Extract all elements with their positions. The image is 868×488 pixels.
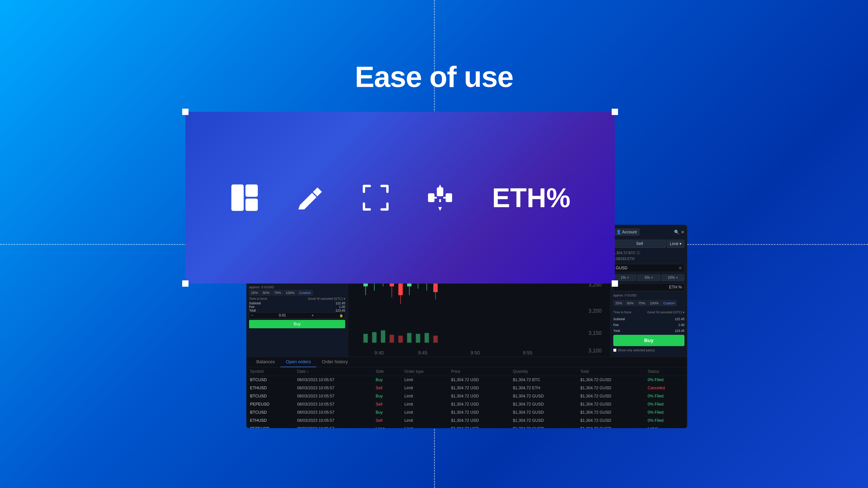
fee-left: Fee1.00 bbox=[249, 305, 345, 308]
col-qty: Quantity bbox=[509, 367, 577, 376]
page-center: Ease of use bbox=[185, 60, 683, 428]
show-selected-checkbox[interactable] bbox=[613, 349, 616, 352]
table-row: BTCUSD 08/03/2023 10:05:57 Buy Limit $1,… bbox=[246, 376, 687, 384]
col-side: Side bbox=[372, 367, 401, 376]
buy-button-left[interactable]: Buy bbox=[249, 320, 345, 328]
pct-1-right[interactable]: 1% + bbox=[613, 274, 636, 281]
handle-top-right[interactable] bbox=[612, 109, 618, 115]
sell-buy-row: Sell Limit ▾ bbox=[613, 240, 684, 248]
handle-bottom-right[interactable] bbox=[612, 281, 618, 287]
fullscreen-icon-item bbox=[361, 183, 391, 213]
timeframe-label: ETH% bbox=[492, 182, 570, 213]
pct-5-right[interactable]: 5% + bbox=[637, 274, 660, 281]
edit-icon-item bbox=[296, 183, 325, 213]
svg-rect-6 bbox=[445, 193, 452, 202]
svg-rect-41 bbox=[364, 334, 368, 343]
handle-top-left[interactable] bbox=[182, 109, 188, 115]
show-selected-row: Show only selected pair(s) bbox=[613, 348, 684, 352]
buy-button-right[interactable]: Buy bbox=[613, 335, 684, 346]
tab-open-orders[interactable]: Open orders bbox=[280, 357, 316, 367]
total-right: Total123.45 bbox=[613, 329, 684, 332]
pct-50-left[interactable]: 50% bbox=[260, 290, 272, 295]
icon-panel: ETH% bbox=[185, 112, 615, 284]
pct-100-left[interactable]: 100% bbox=[284, 290, 296, 295]
pct-custom-right[interactable]: Custom bbox=[661, 300, 677, 306]
content-wrapper: ETH% Price 0.284793 3.284793 62,510.680.… bbox=[185, 112, 683, 428]
col-date: Date ↕ bbox=[293, 367, 372, 376]
svg-text:9:50: 9:50 bbox=[470, 350, 480, 356]
svg-text:3,150: 3,150 bbox=[588, 330, 601, 336]
bottom-section: Balances Open orders Order history Symbo… bbox=[246, 357, 687, 428]
orders-table: Symbol Date ↕ Side Order type Price Quan… bbox=[246, 367, 687, 428]
table-row: BTCUSD 08/03/2023 10:05:57 Buy Limit $1,… bbox=[246, 409, 687, 417]
table-row: PEPEUSD 08/03/2023 10:05:57 Sell Limit $… bbox=[246, 400, 687, 409]
svg-rect-49 bbox=[433, 336, 438, 343]
tif-right: Time in force Good 'til canceled (GTC) ▾ bbox=[613, 311, 684, 314]
svg-rect-48 bbox=[425, 333, 429, 343]
table-header: Symbol Date ↕ Side Order type Price Quan… bbox=[246, 367, 687, 376]
close-icon[interactable]: ✕ bbox=[681, 230, 684, 235]
svg-rect-0 bbox=[231, 185, 244, 211]
svg-text:3,100: 3,100 bbox=[588, 348, 601, 353]
pct-25-left[interactable]: 25% bbox=[249, 290, 260, 295]
show-selected-label: Show only selected pair(s) bbox=[618, 348, 655, 352]
tif-left: Time in force Good 'til canceled (GTC) ▾ bbox=[249, 297, 345, 300]
layout-icon-item bbox=[230, 183, 259, 213]
handle-bottom-left[interactable] bbox=[182, 281, 188, 287]
subtotal-left: Subtotal122.45 bbox=[249, 301, 345, 305]
svg-text:3,200: 3,200 bbox=[588, 308, 601, 314]
svg-rect-42 bbox=[372, 332, 376, 343]
table-row: ETHUSD 08/03/2023 10:05:57 Sell Limit $1… bbox=[246, 384, 687, 392]
page-title: Ease of use bbox=[355, 60, 513, 94]
pct-25-right[interactable]: 25% bbox=[613, 300, 624, 306]
pct-75-left[interactable]: 75% bbox=[272, 290, 283, 295]
tab-order-history[interactable]: Order history bbox=[316, 357, 353, 367]
approx-label-left: approx. 0 GUSD bbox=[249, 285, 345, 289]
table-row: PEPEUSD 08/03/2023 10:05:57 Long Limit $… bbox=[246, 425, 687, 428]
left-form: approx. 0 GUSD 25% 50% 75% 100% Custom T… bbox=[249, 283, 345, 328]
edit-icon bbox=[296, 183, 325, 213]
svg-text:9:40: 9:40 bbox=[374, 350, 384, 356]
pct-10-right[interactable]: 10% + bbox=[661, 274, 684, 281]
gusd-input-wrapper: GUSD ⊗ bbox=[613, 264, 684, 272]
tab-balances[interactable]: Balances bbox=[251, 357, 280, 367]
qty-stepper[interactable]: − 0.01 + 🔒 bbox=[249, 312, 345, 319]
col-symbol: Symbol bbox=[246, 367, 293, 376]
account-icon: 👤 bbox=[616, 230, 621, 234]
svg-rect-43 bbox=[381, 330, 385, 343]
fee-right: Fee1.00 bbox=[613, 323, 684, 327]
limit-button[interactable]: Limit ▾ bbox=[667, 240, 684, 248]
svg-rect-46 bbox=[407, 333, 411, 343]
svg-rect-44 bbox=[390, 335, 394, 343]
pct-row-right2: 25% 50% 75% 100% Custom bbox=[613, 300, 684, 306]
total-left: Total123.45 bbox=[249, 308, 345, 312]
pct-50-right[interactable]: 50% bbox=[625, 300, 636, 306]
pct-100-right[interactable]: 100% bbox=[648, 300, 660, 306]
balance-info: 1,304.72 BTC ⓘ 3.08193 ETH bbox=[613, 250, 684, 262]
pct-row-left: 25% 50% 75% 100% Custom bbox=[249, 290, 345, 295]
eth-input[interactable]: ETH % bbox=[613, 283, 684, 291]
search-icon[interactable]: 🔍 bbox=[674, 230, 680, 235]
clear-icon[interactable]: ⊗ bbox=[679, 265, 682, 270]
pct-custom-left[interactable]: Custom bbox=[297, 290, 313, 295]
pct-row-right: 1% + 5% + 10% + bbox=[613, 274, 684, 281]
crosshair-icon bbox=[427, 183, 456, 213]
lock-icon: 🔒 bbox=[339, 314, 343, 317]
col-type: Order type bbox=[401, 367, 447, 376]
svg-rect-1 bbox=[246, 185, 258, 197]
right-panel: 👤 Account 🔍 ✕ Sell Limit ▾ 1,304.72 bbox=[610, 225, 687, 357]
svg-text:9:55: 9:55 bbox=[523, 350, 532, 356]
gusd-input[interactable]: GUSD ⊗ bbox=[613, 264, 684, 272]
col-status: Status bbox=[644, 367, 687, 376]
approx-label-right: approx. 0 GUSD bbox=[613, 293, 684, 297]
sell-button[interactable]: Sell bbox=[613, 240, 666, 248]
table-body: BTCUSD 08/03/2023 10:05:57 Buy Limit $1,… bbox=[246, 376, 687, 428]
col-price: Price bbox=[447, 367, 509, 376]
svg-rect-2 bbox=[246, 199, 258, 211]
svg-rect-45 bbox=[398, 336, 403, 343]
account-button[interactable]: 👤 Account bbox=[613, 228, 640, 236]
panel-header: 👤 Account 🔍 ✕ bbox=[613, 228, 684, 236]
pct-75-right[interactable]: 75% bbox=[636, 300, 647, 306]
col-total: Total bbox=[577, 367, 644, 376]
svg-rect-47 bbox=[416, 334, 420, 343]
